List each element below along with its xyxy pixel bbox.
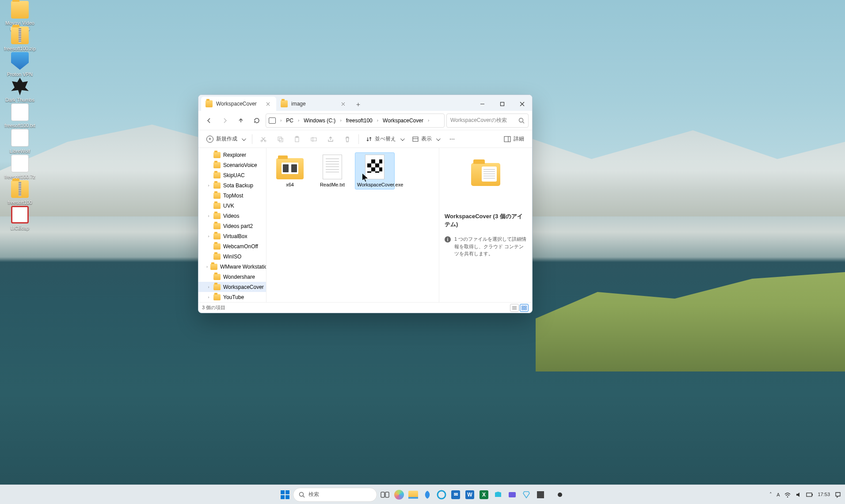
tree-node[interactable]: Wondershare xyxy=(198,272,266,282)
taskbar-app[interactable] xyxy=(393,489,405,501)
white-icon xyxy=(11,129,29,147)
wifi-icon[interactable] xyxy=(784,492,791,498)
tree-node[interactable]: SkipUAC xyxy=(198,170,266,180)
taskbar-search[interactable]: 検索 xyxy=(293,488,377,502)
taskbar-app[interactable] xyxy=(554,489,566,501)
taskbar-app[interactable] xyxy=(520,489,533,501)
tray-chevron-icon[interactable]: ˄ xyxy=(769,492,772,497)
tree-node[interactable]: › Sota Backup xyxy=(198,180,266,190)
taskbar-app[interactable] xyxy=(506,489,518,501)
wallpaper-grass xyxy=(536,239,845,371)
view-button[interactable]: 表示 xyxy=(409,133,443,146)
tree-node[interactable]: ScenarioVoice xyxy=(198,160,266,170)
desktop-icon-licecap[interactable]: LICEcap xyxy=(2,206,38,231)
taskbar[interactable]: 検索 ✉ W X ˄ A 17:53 xyxy=(0,485,845,504)
new-tab-button[interactable]: ＋ xyxy=(351,98,365,111)
desktop-icon-proton[interactable]: Proton VPN xyxy=(2,52,38,77)
back-button[interactable] xyxy=(202,114,216,128)
system-tray[interactable]: ˄ A 17:53 xyxy=(769,491,841,498)
taskbar-app[interactable]: X xyxy=(478,489,490,501)
desktop-icon-fs-zip[interactable]: freesoft100.zip xyxy=(2,27,38,52)
breadcrumb-segment[interactable]: Windows (C:) xyxy=(302,117,337,125)
tree-node[interactable]: TopMost xyxy=(198,190,266,201)
file-explorer-window[interactable]: WorkspaceCover image ＋ xyxy=(198,95,533,313)
desktop-icon-fs-txt[interactable]: freesoft100.txt xyxy=(2,103,38,129)
refresh-button[interactable] xyxy=(250,114,264,128)
clock[interactable]: 17:53 xyxy=(818,492,830,497)
file-item[interactable]: ReadMe.txt xyxy=(312,152,352,189)
volume-icon[interactable] xyxy=(796,492,802,498)
share-button[interactable] xyxy=(323,133,338,146)
tree-node[interactable]: › WorkspaceCover xyxy=(198,282,266,292)
task-view-button[interactable] xyxy=(379,489,391,501)
taskbar-app[interactable] xyxy=(534,489,547,501)
list-view-button[interactable] xyxy=(510,304,519,312)
breadcrumb[interactable]: › PC›Windows (C:)›freesoft100›WorkspaceC… xyxy=(266,114,445,128)
file-item[interactable]: x64 xyxy=(270,152,310,189)
battery-icon[interactable] xyxy=(806,492,813,497)
taskbar-app[interactable] xyxy=(421,489,434,501)
svg-rect-16 xyxy=(311,138,316,141)
sort-button[interactable]: 並べ替え xyxy=(362,133,407,146)
tab-image[interactable]: image xyxy=(276,97,351,111)
taskbar-app[interactable]: W xyxy=(464,489,476,501)
desktop[interactable]: Movavi Video Editor 25 freesoft100.zip P… xyxy=(0,0,845,504)
folder-icon xyxy=(213,254,221,260)
paste-button[interactable] xyxy=(289,133,305,146)
tree-node[interactable]: › WMware Workstation Player xyxy=(198,261,266,272)
desktop-icon-librewolf[interactable]: LibreWolf xyxy=(2,129,38,154)
tree-node[interactable]: Videos part2 xyxy=(198,221,266,231)
copy-button[interactable] xyxy=(273,133,288,146)
tab-workspacecover[interactable]: WorkspaceCover xyxy=(201,97,276,111)
file-item[interactable]: WorkspaceCover.exe xyxy=(355,152,395,189)
more-button[interactable]: ⋯ xyxy=(445,133,460,146)
expand-icon[interactable]: › xyxy=(206,265,208,269)
ime-indicator[interactable]: A xyxy=(776,492,780,497)
file-list[interactable]: x64ReadMe.txtWorkspaceCover.exe xyxy=(266,148,439,302)
up-button[interactable] xyxy=(234,114,248,128)
minimize-button[interactable] xyxy=(472,97,492,111)
icon-view-button[interactable] xyxy=(520,304,529,312)
expand-icon[interactable]: › xyxy=(206,234,211,239)
forward-button[interactable] xyxy=(218,114,232,128)
tree-node[interactable]: › YouTube xyxy=(198,292,266,302)
desktop-icon-darkthumbs[interactable]: Dark Thumbs xyxy=(2,78,38,103)
close-tab-button[interactable] xyxy=(339,100,347,108)
taskbar-app[interactable] xyxy=(435,489,448,501)
notifications-icon[interactable] xyxy=(834,491,841,498)
taskbar-app[interactable] xyxy=(492,489,504,501)
search-input[interactable]: WorkspaceCoverの検索 xyxy=(446,114,529,128)
rename-button[interactable] xyxy=(306,133,321,146)
explorer-taskbar-icon[interactable] xyxy=(407,489,419,501)
new-button[interactable]: + 新規作成 xyxy=(203,133,248,146)
expand-icon[interactable]: › xyxy=(206,183,211,188)
close-button[interactable] xyxy=(512,97,532,111)
svg-point-8 xyxy=(519,118,523,122)
expand-icon[interactable]: › xyxy=(206,295,211,299)
tree-node[interactable]: › Videos xyxy=(198,211,266,221)
tab-label: image xyxy=(291,101,306,107)
tree-node[interactable]: WebcamOnOff xyxy=(198,241,266,251)
desktop-icon-fs-7z[interactable]: freesoft100.7z xyxy=(2,155,38,180)
svg-rect-31 xyxy=(381,492,384,497)
taskbar-app[interactable]: ✉ xyxy=(449,489,462,501)
tree-node[interactable]: › VirtualBox xyxy=(198,231,266,241)
svg-rect-18 xyxy=(413,137,418,141)
navigation-tree[interactable]: Rexplorer ScenarioVoice SkipUAC› Sota Ba… xyxy=(198,148,266,302)
breadcrumb-segment[interactable]: WorkspaceCover xyxy=(381,117,425,125)
tree-node[interactable]: UVK xyxy=(198,201,266,211)
svg-rect-13 xyxy=(279,138,283,142)
close-tab-button[interactable] xyxy=(264,100,272,108)
start-button[interactable] xyxy=(279,489,291,501)
tree-node[interactable]: Rexplorer xyxy=(198,150,266,160)
details-pane-button[interactable]: 詳細 xyxy=(500,133,528,146)
cut-button[interactable] xyxy=(256,133,271,146)
maximize-button[interactable] xyxy=(492,97,512,111)
breadcrumb-segment[interactable]: freesoft100 xyxy=(344,117,374,125)
expand-icon[interactable]: › xyxy=(206,214,211,218)
tree-node[interactable]: WinISO xyxy=(198,251,266,261)
breadcrumb-segment[interactable]: PC xyxy=(284,117,295,125)
expand-icon[interactable]: › xyxy=(206,285,211,289)
delete-button[interactable] xyxy=(340,133,355,146)
bat-icon xyxy=(11,78,29,95)
